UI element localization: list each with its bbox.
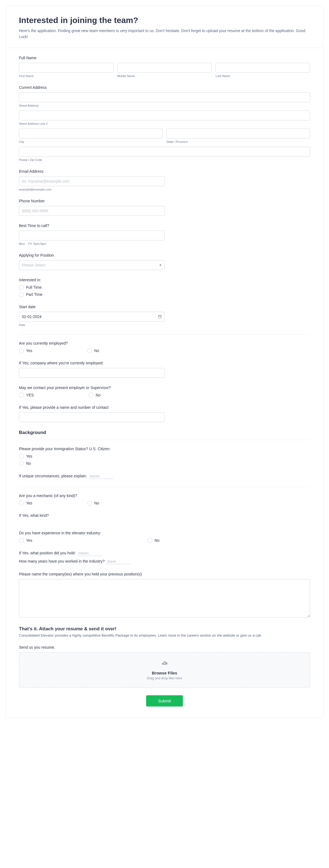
input-start-date[interactable] (19, 312, 164, 321)
label-elevator: Do you have experience in the elevator i… (19, 531, 310, 535)
radio-elevator-no-input[interactable] (148, 538, 152, 543)
input-years[interactable] (107, 559, 131, 564)
input-prev-position[interactable] (77, 551, 102, 556)
sublabel-street: Street Address (19, 104, 310, 107)
radio-elevator-yes-label: Yes (26, 538, 32, 542)
radio-contact-yes[interactable]: YES (19, 393, 34, 398)
radio-immigration-no-label: No (26, 461, 31, 466)
input-email[interactable] (19, 176, 164, 186)
radio-mechanic-no-input[interactable] (87, 501, 92, 505)
radio-immigration-yes-input[interactable] (19, 454, 24, 459)
radio-immigration-no-input[interactable] (19, 461, 24, 466)
label-mechanic: Are you a mechanic (of any kind)? (19, 494, 310, 498)
input-city[interactable] (19, 129, 162, 138)
radio-full-time-input[interactable] (19, 285, 24, 290)
form-body: Full Name First Name Middle Name Last Na… (6, 48, 323, 717)
input-first-name[interactable] (19, 63, 114, 73)
sublabel-city: City (19, 140, 162, 144)
sublabel-email: example@example.com (19, 188, 164, 191)
radio-elevator-no[interactable]: No (148, 538, 159, 543)
radio-employed-yes-input[interactable] (19, 348, 24, 353)
input-last-name[interactable] (215, 63, 310, 73)
radio-employed-no[interactable]: No (87, 348, 99, 353)
input-unique[interactable] (89, 473, 113, 479)
field-companies: Please name the company(ies) where you h… (19, 572, 310, 619)
divider (19, 487, 310, 487)
page-subtitle: Here's the application. Finding great ne… (19, 28, 310, 40)
radio-employed-yes[interactable]: Yes (19, 348, 32, 353)
radio-part-time-input[interactable] (19, 292, 24, 297)
radio-employed-no-input[interactable] (87, 348, 92, 353)
field-mechanic: Are you a mechanic (of any kind)? Yes No (19, 494, 310, 505)
radio-full-time[interactable]: Full Time (19, 285, 310, 290)
radio-elevator-yes-input[interactable] (19, 538, 24, 543)
form-container: Interested in joining the team? Here's t… (5, 5, 324, 718)
input-state[interactable] (167, 129, 310, 138)
field-contact: May we contact your present employer or … (19, 385, 310, 398)
radio-immigration-no[interactable]: No (19, 461, 310, 466)
textarea-companies[interactable] (19, 579, 310, 617)
radio-mechanic-yes-label: Yes (26, 501, 32, 505)
field-company: If Yes, company where you're currently e… (19, 361, 164, 378)
input-contact-info[interactable] (19, 412, 164, 422)
label-employed: Are you currently employed? (19, 341, 310, 345)
radio-contact-yes-input[interactable] (19, 393, 24, 398)
upload-browse-text: Browse Files (26, 671, 303, 675)
label-position: Applying for Position (19, 253, 164, 257)
input-best-time[interactable] (19, 230, 164, 241)
radio-mechanic-yes-input[interactable] (19, 501, 24, 505)
cloud-upload-icon (159, 660, 170, 667)
label-upload: Send us you resume. (19, 645, 310, 650)
input-middle-name[interactable] (117, 63, 212, 73)
radio-contact-yes-label: YES (26, 393, 34, 397)
field-best-time: Best Time to call? Mon. - Fri. 9am-5pm (19, 223, 164, 245)
field-employed: Are you currently employed? Yes No (19, 341, 310, 353)
field-position: Applying for Position Please Select (19, 253, 164, 270)
radio-mechanic-no[interactable]: No (87, 501, 99, 505)
field-start-date: Start date Date (19, 305, 310, 327)
input-phone[interactable] (19, 206, 164, 216)
sublabel-best-time: Mon. - Fri. 9am-5pm (19, 242, 164, 245)
select-position[interactable]: Please Select (19, 260, 164, 270)
sublabel-postal: Postal / Zip Code (19, 158, 310, 161)
label-contact-info: If Yes, please provide a name and number… (19, 405, 164, 410)
radio-mechanic-no-label: No (94, 501, 99, 505)
form-header: Interested in joining the team? Here's t… (6, 6, 323, 48)
field-address: Current Address Street Address Street Ad… (19, 85, 310, 161)
input-street[interactable] (19, 92, 310, 102)
input-street2[interactable] (19, 111, 310, 120)
field-full-name: Full Name First Name Middle Name Last Na… (19, 56, 310, 78)
label-company: If Yes, company where you're currently e… (19, 361, 164, 365)
radio-contact-no[interactable]: No (89, 393, 100, 398)
radio-part-time[interactable]: Part Time (19, 292, 310, 297)
sublabel-middle-name: Middle Name (117, 74, 212, 78)
field-email: Email Address example@example.com (19, 169, 164, 191)
input-company[interactable] (19, 368, 164, 378)
label-mechanic-kind: If Yes, what kind? (19, 513, 310, 518)
sublabel-start-date: Date (19, 323, 310, 327)
divider (19, 334, 310, 335)
sublabel-first-name: First Name (19, 74, 114, 78)
field-mechanic-kind: If Yes, what kind? (19, 513, 310, 518)
radio-elevator-yes[interactable]: Yes (19, 538, 32, 543)
radio-contact-no-label: No (96, 393, 100, 397)
calendar-icon (158, 315, 162, 318)
radio-immigration-yes[interactable]: Yes (19, 454, 310, 459)
submit-button[interactable]: Submit (146, 695, 183, 707)
label-email: Email Address (19, 169, 164, 174)
field-contact-info: If Yes, please provide a name and number… (19, 405, 164, 422)
field-prev-position: If Yes, what position did you hold: (19, 551, 310, 556)
radio-mechanic-yes[interactable]: Yes (19, 501, 32, 505)
radio-elevator-no-label: No (155, 538, 159, 542)
label-unique: If unique circumstances, please explain: (19, 474, 87, 478)
field-upload: Send us you resume. Browse Files Drag an… (19, 645, 310, 688)
label-contact: May we contact your present employer or … (19, 385, 310, 390)
radio-contact-no-input[interactable] (89, 393, 93, 398)
upload-dropzone[interactable]: Browse Files Drag and drop files here (19, 652, 310, 688)
radio-employed-no-label: No (94, 348, 99, 353)
input-postal[interactable] (19, 147, 310, 157)
sublabel-last-name: Last Name (215, 74, 310, 78)
field-unique: If unique circumstances, please explain: (19, 473, 310, 479)
heading-resume: That's it. Attach your resume & send it … (19, 626, 310, 633)
section-background: Background (19, 430, 310, 440)
